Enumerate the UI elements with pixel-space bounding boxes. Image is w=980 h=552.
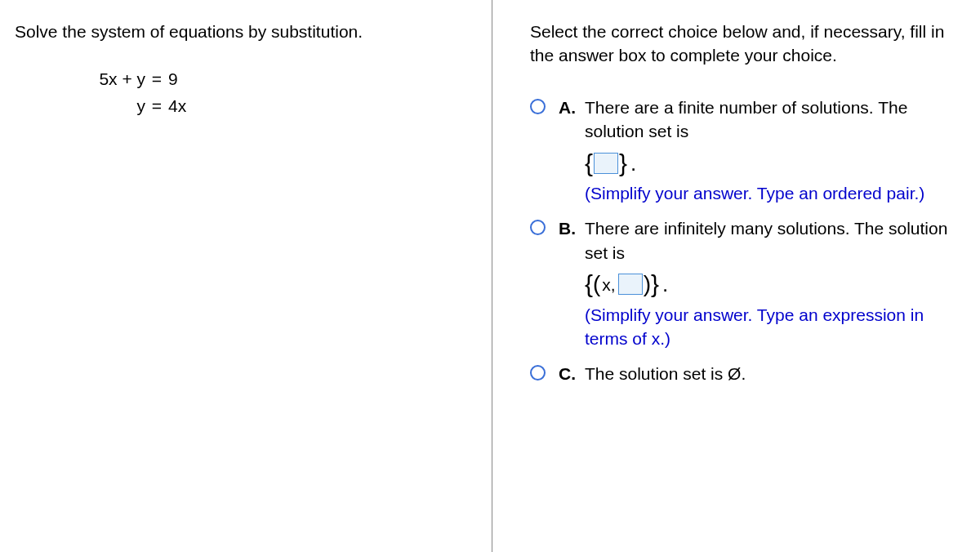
equation-1-right: 9 bbox=[168, 66, 178, 93]
answer-input-a[interactable] bbox=[594, 153, 618, 174]
close-brace-icon: } bbox=[651, 272, 659, 296]
close-brace-icon: } bbox=[619, 151, 627, 176]
open-brace-icon: { bbox=[585, 151, 593, 176]
radio-a[interactable] bbox=[530, 99, 546, 114]
choice-c[interactable]: C. The solution set is Ø. bbox=[530, 362, 964, 385]
equation-system: 5x + y = 9 y = 4x bbox=[82, 66, 479, 119]
choice-c-text: The solution set is bbox=[585, 364, 728, 383]
radio-b[interactable] bbox=[530, 220, 546, 235]
choice-b-body: There are infinitely many solutions. The… bbox=[585, 216, 964, 350]
choice-a-text: There are a finite number of solutions. … bbox=[585, 98, 907, 140]
choice-a[interactable]: A. There are a finite number of solution… bbox=[530, 96, 964, 206]
equation-2-left: y bbox=[82, 93, 145, 120]
period-c: . bbox=[741, 364, 746, 383]
choice-b-text: There are infinitely many solutions. The… bbox=[585, 219, 947, 261]
period-b: . bbox=[662, 269, 668, 299]
question-prompt: Solve the system of equations by substit… bbox=[15, 20, 479, 43]
answer-panel: Select the correct choice below and, if … bbox=[492, 0, 980, 552]
equation-2-equals: = bbox=[145, 93, 168, 120]
choice-b[interactable]: B. There are infinitely many solutions. … bbox=[530, 216, 964, 350]
answer-input-b[interactable] bbox=[618, 274, 643, 295]
choice-b-answer-line: { ( x, ) } . bbox=[585, 269, 964, 299]
equation-1-equals: = bbox=[145, 66, 168, 93]
choice-b-label: B. bbox=[559, 216, 577, 240]
period-a: . bbox=[630, 149, 636, 178]
choice-c-body: The solution set is Ø. bbox=[585, 362, 964, 385]
radio-c[interactable] bbox=[530, 365, 546, 381]
choice-b-hint: (Simplify your answer. Type an expressio… bbox=[585, 305, 924, 348]
answer-instructions: Select the correct choice below and, if … bbox=[530, 20, 964, 68]
equation-2: y = 4x bbox=[82, 93, 479, 120]
choice-a-body: There are a finite number of solutions. … bbox=[585, 96, 964, 206]
equation-2-right: 4x bbox=[168, 93, 186, 120]
close-paren-icon: ) bbox=[644, 273, 651, 296]
open-paren-icon: ( bbox=[593, 273, 600, 296]
open-brace-icon: { bbox=[585, 272, 593, 296]
empty-set-icon: Ø bbox=[728, 364, 741, 383]
x-comma-text: x, bbox=[602, 273, 615, 296]
question-panel: Solve the system of equations by substit… bbox=[0, 0, 492, 552]
choice-a-hint: (Simplify your answer. Type an ordered p… bbox=[585, 184, 924, 203]
choice-c-label: C. bbox=[559, 362, 577, 385]
choice-a-answer-line: { } . bbox=[585, 149, 964, 178]
choice-a-label: A. bbox=[559, 96, 577, 119]
equation-1: 5x + y = 9 bbox=[82, 66, 479, 93]
equation-1-left: 5x + y bbox=[82, 66, 145, 93]
